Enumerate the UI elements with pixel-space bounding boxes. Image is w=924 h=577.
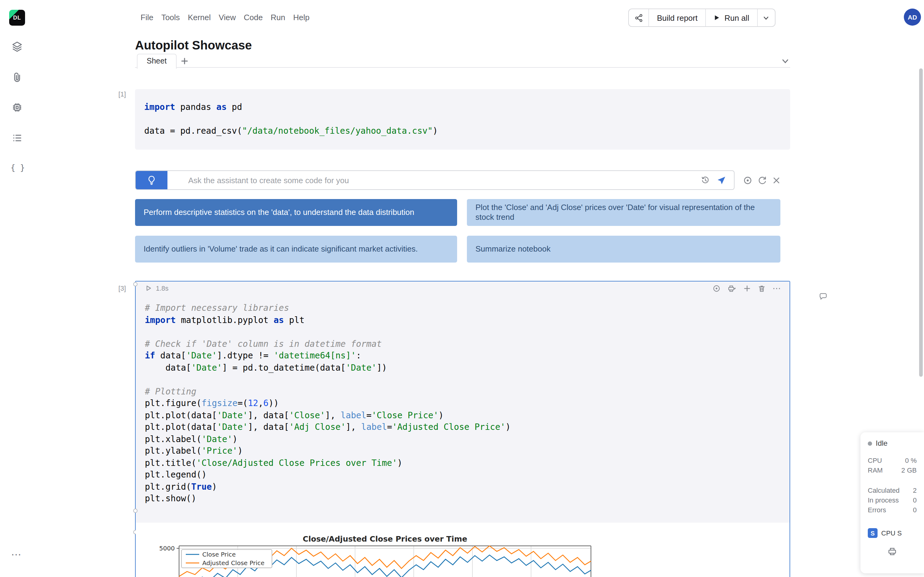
machine-label: CPU S (881, 529, 902, 537)
print-icon[interactable] (887, 546, 897, 556)
main-menubar: File Tools Kernel View Code Run Help (141, 13, 310, 22)
cell3-runtime: 1.8s (156, 285, 169, 292)
suggestion-descriptive-statistics[interactable]: Perform descriptive statistics on the 'd… (135, 199, 457, 226)
menu-file[interactable]: File (141, 13, 153, 22)
ai-input-icons (701, 176, 734, 185)
errors-value: 0 (913, 505, 917, 515)
code-cell-1[interactable]: import pandas as pd data = pd.read_csv("… (135, 89, 790, 150)
ai-assistant-prompt-input[interactable] (187, 175, 701, 185)
play-icon (714, 15, 720, 21)
cell-more-options-icon[interactable]: ⋯ (772, 285, 781, 292)
vertical-scrollbar[interactable] (919, 68, 923, 377)
cell-print-menu-icon[interactable] (727, 285, 737, 292)
machine-cpu-icon[interactable] (11, 102, 23, 114)
cell-comment-bubble-icon[interactable] (819, 292, 827, 300)
cell3-toolbar: ⋯ (712, 285, 781, 292)
datalore-notebook-app: DL { } ⋯ File Tools (0, 0, 924, 577)
ai-assistant-input-row (135, 170, 735, 190)
notebook-title[interactable]: Autopilot Showcase (135, 39, 252, 53)
close-assistant-icon[interactable] (772, 176, 781, 185)
kernel-status-panel: Idle CPU0 % RAM2 GB Calculated2 In proce… (861, 432, 924, 573)
suggestion-identify-outliers[interactable]: Identify outliers in 'Volume' trade as i… (135, 236, 457, 263)
cell3-run-status: 1.8s (145, 285, 169, 292)
variables-braces-icon[interactable]: { } (10, 163, 26, 172)
chart-legend: Close Price Adjusted Close Price (181, 550, 272, 568)
cell-focus-target-icon[interactable] (712, 285, 720, 292)
kernel-idle-dot (868, 441, 872, 445)
run-all-label: Run all (724, 13, 749, 22)
lightbulb-icon (147, 175, 157, 185)
y-tick-5000: 5000 (159, 545, 175, 552)
target-focus-icon[interactable] (743, 176, 752, 185)
code-cell-3-selected[interactable]: 1.8s ⋯ # Import necessary libr (135, 281, 790, 577)
calculated-value: 2 (913, 485, 917, 495)
tabbar-divider (135, 67, 790, 68)
cell3-output-chart: Close/Adjusted Close Prices over Time 50… (136, 523, 790, 577)
cpu-label: CPU (868, 456, 882, 465)
tab-sheet[interactable]: Sheet (137, 54, 176, 69)
ram-label: RAM (868, 465, 883, 475)
run-cell-play-icon[interactable] (145, 285, 152, 292)
machine-size-badge: S (868, 528, 877, 538)
in-process-label: In process (868, 495, 899, 505)
cell3-execution-count: [3] (105, 285, 126, 292)
regenerate-icon[interactable] (758, 176, 767, 185)
add-cell-icon[interactable] (743, 285, 751, 292)
calculated-label: Calculated (868, 485, 900, 495)
cpu-value: 0 % (905, 456, 917, 465)
send-prompt-icon[interactable] (717, 176, 726, 185)
menu-kernel[interactable]: Kernel (188, 13, 211, 22)
prompt-history-icon[interactable] (701, 176, 709, 184)
errors-label: Errors (868, 505, 886, 515)
left-sidebar: DL { } ⋯ (0, 0, 34, 577)
machine-type[interactable]: S CPU S (868, 528, 917, 538)
run-all-button[interactable]: Run all (706, 9, 757, 26)
ai-assistant-bulb-button[interactable] (136, 171, 168, 189)
menu-code[interactable]: Code (244, 13, 263, 22)
in-process-value: 0 (913, 495, 917, 505)
suggestion-summarize-notebook[interactable]: Summarize notebook (467, 236, 780, 263)
menu-tools[interactable]: Tools (162, 13, 180, 22)
delete-cell-trash-icon[interactable] (758, 285, 766, 292)
layers-icon[interactable] (11, 40, 23, 53)
run-options-chevron-button[interactable] (758, 9, 775, 26)
suggestion-plot-prices[interactable]: Plot the 'Close' and 'Adj Close' prices … (467, 199, 780, 226)
cell-boundary-handle[interactable] (133, 282, 137, 286)
attachments-paperclip-icon[interactable] (11, 71, 23, 83)
sheets-list-chevron-icon[interactable] (781, 57, 790, 65)
share-button[interactable] (629, 9, 648, 26)
kernel-state: Idle (876, 439, 888, 448)
menu-view[interactable]: View (219, 13, 236, 22)
run-controls-group: Build report Run all (628, 8, 775, 27)
add-sheet-button[interactable] (180, 57, 189, 65)
legend-adjusted-close-price: Adjusted Close Price (202, 559, 265, 567)
cell-boundary-handle[interactable] (133, 509, 137, 513)
ram-value: 2 GB (901, 465, 917, 475)
table-of-contents-icon[interactable] (11, 132, 23, 144)
sidebar-more-icon[interactable]: ⋯ (11, 548, 22, 561)
chart-title: Close/Adjusted Close Prices over Time (303, 535, 467, 543)
datalore-logo-icon[interactable]: DL (9, 10, 25, 26)
cell1-code-editor[interactable]: import pandas as pd data = pd.read_csv("… (135, 89, 790, 137)
menu-help[interactable]: Help (293, 13, 310, 22)
build-report-button[interactable]: Build report (649, 9, 706, 26)
user-avatar[interactable]: AD (904, 8, 921, 26)
menu-run[interactable]: Run (271, 13, 285, 22)
cell3-code-editor[interactable]: # Import necessary librariesimport matpl… (136, 294, 790, 504)
cell1-execution-count: [1] (105, 90, 126, 98)
legend-close-price: Close Price (202, 551, 236, 558)
